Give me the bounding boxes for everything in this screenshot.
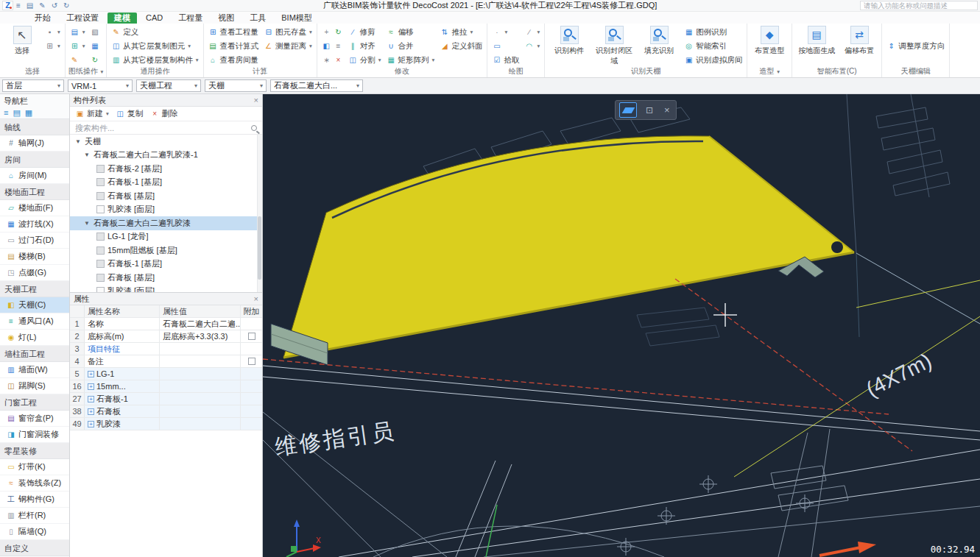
category-select[interactable]: 天棚工程▾ (136, 79, 201, 92)
mirror-button[interactable]: ◧≡ (320, 39, 345, 53)
sidebar-item-stairs[interactable]: ▤楼梯(B) (0, 249, 69, 265)
place-shape-button[interactable]: ◆ 布置造型 (750, 25, 789, 56)
component-select[interactable]: 石膏板二遍大白...▾ (270, 79, 363, 92)
sidebar-item-floor[interactable]: ▱楼地面(F) (0, 200, 69, 216)
expand-icon[interactable]: + (88, 371, 94, 377)
sidebar-item-ceiling[interactable]: ◧天棚(C) (0, 297, 69, 313)
tree-leaf[interactable]: 石膏板-1 [基层] (70, 258, 262, 272)
tree-leaf[interactable]: 乳胶漆 [面层] (70, 285, 262, 293)
sidebar-item-skirting[interactable]: ◫踢脚(S) (0, 378, 69, 394)
sidebar-item-accent[interactable]: ◳点缀(G) (0, 265, 69, 281)
align-button[interactable]: ∥对齐 (347, 39, 383, 53)
copy-from-floor-button[interactable]: ▥从其它楼层复制构件▾ (110, 53, 200, 67)
menu-icon[interactable]: ≡ (13, 1, 24, 11)
nav-section-floor-works[interactable]: 楼地面工程 (0, 184, 69, 200)
sidebar-item-border-line[interactable]: ▦波打线(X) (0, 216, 69, 233)
copy-component-button[interactable]: ◫复制 (116, 108, 144, 119)
component-search-input[interactable] (75, 124, 248, 132)
sidebar-item-wall[interactable]: ▥墙面(W) (0, 362, 69, 378)
expand-icon[interactable]: + (88, 396, 94, 402)
pick-checkbox-row[interactable]: ☑拾取 (490, 53, 521, 67)
function-search-box[interactable] (860, 1, 978, 10)
measure-distance-button[interactable]: ∠测量距离▾ (262, 39, 314, 53)
identify-component-button[interactable]: 识别构件 (548, 25, 591, 56)
tab-project-settings[interactable]: 工程设置 (60, 13, 105, 24)
tree-node-group1[interactable]: ▼石膏板二遍大白二遍乳胶漆-1 (70, 149, 262, 163)
sidebar-item-light-strip[interactable]: ▭灯带(K) (0, 459, 69, 475)
push-pull-button[interactable]: ⇅推拉▾ (438, 25, 484, 39)
nav-section-custom[interactable]: 自定义 (0, 540, 69, 556)
draw-point-button[interactable]: ∙▾ (490, 25, 521, 39)
adjust-thickness-button[interactable]: ⇕调整厚度方向 (885, 39, 946, 53)
rect-array-button[interactable]: ▦矩形阵列▾ (385, 53, 437, 67)
view-room-quantity-button[interactable]: ⌂查看房间量 (207, 53, 261, 67)
save-element-button[interactable]: ⊟图元存盘▾ (262, 25, 314, 39)
draw-ceiling-tool-button[interactable] (619, 102, 637, 118)
close-icon[interactable]: × (254, 96, 258, 104)
sideb​ar-item-vent[interactable]: ≡通风口(A) (0, 313, 69, 330)
expand-icon[interactable]: + (88, 421, 94, 427)
delete-component-button[interactable]: ×删除 (150, 108, 178, 119)
sidebar-item-threshold-stone[interactable]: ▭过门石(D) (0, 233, 69, 249)
offset-button[interactable]: ≈偏移 (385, 25, 437, 39)
undo-icon[interactable]: ↺ (49, 1, 60, 11)
view-formula-button[interactable]: ▤查看计算式 (207, 39, 261, 53)
sidebar-item-steel-member[interactable]: 工钢构件(G) (0, 492, 69, 508)
tree-leaf[interactable]: 石膏板-1 [基层] (70, 176, 262, 190)
redo-icon[interactable]: ↻ (60, 1, 72, 11)
expand-icon[interactable]: + (88, 383, 94, 390)
nav-section-misc-finish[interactable]: 零星装修 (0, 443, 69, 459)
nav-section-wall-works[interactable]: 墙柱面工程 (0, 346, 69, 362)
attach-checkbox[interactable] (248, 333, 255, 340)
draw-rect-button[interactable]: ▭ (490, 39, 521, 53)
floor-select[interactable]: 首层▾ (2, 79, 64, 92)
tree-node-ceiling-root[interactable]: ▼天棚 (70, 135, 262, 149)
panel-view-icon[interactable]: ▦ (25, 107, 32, 118)
view-quantity-button[interactable]: ⊞查看工程量 (207, 25, 261, 39)
define-slope-button[interactable]: ◢定义斜面 (438, 39, 484, 53)
function-search-input[interactable] (864, 1, 974, 10)
workspace-icon[interactable]: ▤ (24, 1, 36, 11)
tab-quantity[interactable]: 工程量 (172, 13, 209, 24)
expand-icon[interactable]: + (88, 408, 94, 415)
attach-checkbox[interactable] (248, 358, 255, 365)
draw-arc-button[interactable]: ◠▾ (523, 39, 541, 53)
generate-from-floor-button[interactable]: ▤ 按地面生成 (795, 25, 838, 56)
scrollbar-thumb[interactable] (258, 216, 261, 280)
component-search[interactable] (70, 121, 262, 135)
nav-section-door-window[interactable]: 门窗工程 (0, 394, 69, 411)
batch-select-button[interactable]: ▪▾ (43, 25, 62, 39)
delete-button[interactable]: ∗× (320, 53, 345, 67)
offset-place-button[interactable]: ⇄ 偏移布置 (840, 25, 878, 56)
sidebar-item-curtain-box[interactable]: ▤窗帘盒(P) (0, 411, 69, 427)
move-button[interactable]: +↻ (320, 25, 345, 39)
list-view-icon[interactable]: ≡ (4, 107, 8, 118)
group-label-sheet-ops[interactable]: 图纸操作 ▾ (68, 67, 104, 77)
nav-section-axis[interactable]: 轴线 (0, 119, 69, 135)
split-button[interactable]: ◫分割▾ (347, 53, 383, 67)
pick-region-tool-button[interactable]: ⊡ (641, 102, 658, 118)
sidebar-item-grid[interactable]: #轴网(J) (0, 135, 69, 152)
edit-icon[interactable]: ✎ (36, 1, 48, 11)
tree-leaf[interactable]: 石膏板 [基层] (70, 271, 262, 285)
close-icon[interactable]: × (662, 104, 672, 116)
tree-node-group2-selected[interactable]: ▼石膏板二遍大白二遍乳胶漆 (70, 216, 262, 230)
region-select[interactable]: VRM-1▾ (68, 79, 133, 92)
hatch-button[interactable]: ▧ (89, 25, 102, 39)
tree-leaf[interactable]: 石膏板 [基层] (70, 189, 262, 203)
identify-closed-region-button[interactable]: 识别封闭区域 (593, 25, 635, 66)
rotate-sheet-button[interactable]: ↻ (89, 53, 102, 67)
table-button[interactable]: ▦ (89, 39, 102, 53)
type-select[interactable]: 天棚▾ (205, 79, 267, 92)
trim-button[interactable]: ∕修剪 (347, 25, 383, 39)
draw-line-button[interactable]: ∕▾ (523, 25, 541, 39)
sidebar-item-room[interactable]: ⌂房间(M) (0, 168, 69, 184)
tab-view[interactable]: 视图 (211, 13, 241, 24)
smart-index-button[interactable]: ◎智能索引 (683, 39, 744, 53)
sidebar-item-opening-finish[interactable]: ◨门窗洞装修 (0, 427, 69, 443)
group-label-shape[interactable]: 造型 ▾ (750, 67, 789, 77)
tile-view-icon[interactable]: ▤ (13, 107, 20, 118)
tree-leaf[interactable]: 石膏板-2 [基层] (70, 162, 262, 176)
tree-leaf[interactable]: LG-1 [龙骨] (70, 230, 262, 244)
tree-leaf[interactable]: 乳胶漆 [面层] (70, 203, 262, 217)
